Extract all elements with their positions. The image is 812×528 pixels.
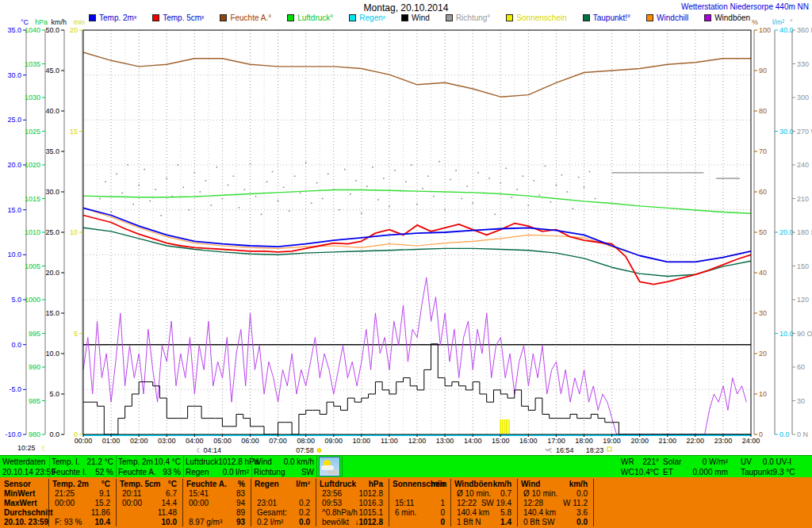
direction-dot xyxy=(272,171,274,173)
direction-dot xyxy=(289,210,290,212)
table-cell-value: 93 xyxy=(182,518,245,527)
table-cell-value: 0 xyxy=(389,508,445,518)
axis-tick-label: 15.0 xyxy=(45,309,59,317)
axis-tick-label: 50.0 xyxy=(45,26,59,34)
direction-dot xyxy=(556,185,557,186)
direction-dot xyxy=(278,201,279,202)
direction-dot xyxy=(534,180,535,182)
axis-unit-label: % xyxy=(752,18,758,26)
axis-tick-label: 210 xyxy=(797,195,809,203)
direction-dot xyxy=(466,186,468,187)
table-cell-value: 1015.1 xyxy=(316,508,383,518)
table-cell-value: 1016.3 xyxy=(316,499,383,508)
direction-dot xyxy=(177,164,178,166)
direction-dot xyxy=(361,212,362,214)
table-divider xyxy=(116,479,117,526)
direction-dot xyxy=(584,187,585,189)
axis-tick-label: 1005 xyxy=(25,262,40,270)
direction-dot xyxy=(545,166,546,167)
legend-label: Temp. 5cmˣ xyxy=(163,13,204,22)
cloud-icon xyxy=(327,470,339,474)
x-axis-label: 23:00 xyxy=(714,437,733,445)
axis-tick-label: 20 xyxy=(759,350,767,358)
x-axis-label: 15:00 xyxy=(492,437,510,445)
table-cell-value: 0.2 xyxy=(251,499,310,508)
x-axis-label: 11:00 xyxy=(381,437,398,445)
legend-swatch-icon xyxy=(220,14,227,21)
legend-swatch-icon xyxy=(287,14,294,21)
x-axis-label: 10:00 xyxy=(353,437,371,445)
legend-item-8: Taupunkt!° xyxy=(583,13,630,22)
direction-dot xyxy=(155,189,156,190)
axis-tick-label: 90 O xyxy=(797,330,812,338)
direction-dot xyxy=(439,161,440,163)
axis-unit-label: hPa xyxy=(35,18,48,26)
table-cell-value: 83 xyxy=(182,489,245,499)
status-label: Regen xyxy=(186,467,209,477)
moon-time-label: 18:23 xyxy=(586,446,604,454)
status-label: Richtung xyxy=(254,467,285,477)
status-label: Temp. 2m xyxy=(118,457,153,467)
status-cell-6: Solar0 W/m²ET0.000 mm xyxy=(663,457,728,477)
status-value: 21.2 °C xyxy=(87,457,113,467)
legend-label: Wind xyxy=(412,13,430,22)
status-cell-4: Wind0.0 km/hRichtungSW xyxy=(254,457,314,477)
axis-tick-label: 70 xyxy=(759,147,767,155)
axis-tick-label: 40.0 xyxy=(45,107,59,115)
status-value: 0.000 mm xyxy=(693,467,728,477)
x-axis-label: 03:00 xyxy=(158,437,176,445)
axis-tick-label: -10.0 xyxy=(5,430,21,438)
direction-dot xyxy=(567,191,569,193)
direction-dot xyxy=(494,214,496,216)
direction-dot xyxy=(377,199,379,201)
legend-item-1: Temp. 5cmˣ xyxy=(152,13,204,22)
axis-tick-label: 20.0 xyxy=(779,228,794,236)
axis-tick-label: 5 xyxy=(74,330,78,338)
direction-dot xyxy=(244,189,246,190)
table-cell-value: 89 xyxy=(182,508,245,518)
x-axis-label: 00:00 xyxy=(75,437,93,445)
status-value: 221° xyxy=(642,457,659,467)
status-value: 10.4°C xyxy=(634,467,659,477)
legend-item-4: Regenˣ xyxy=(349,13,385,22)
table-divider xyxy=(593,479,594,526)
x-axis-label: 18:00 xyxy=(575,437,593,445)
status-label: Wetterdaten xyxy=(2,457,45,467)
legend-item-0: Temp. 2mˣ xyxy=(89,13,136,22)
table-divider xyxy=(182,479,183,526)
legend-label: Windchill xyxy=(657,13,688,22)
table-row-label: Sensor xyxy=(4,480,31,489)
legend-swatch-icon xyxy=(349,14,356,21)
direction-dot xyxy=(316,182,318,184)
axis-unit-label: min xyxy=(73,18,85,26)
table-cell-value: 94 xyxy=(182,499,245,508)
direction-dot xyxy=(389,206,390,208)
direction-dot xyxy=(149,201,151,202)
direction-dot xyxy=(528,205,530,206)
status-value: 1012.8 hPa xyxy=(218,457,259,467)
direction-dot xyxy=(294,175,296,177)
axis-tick-label: 20 xyxy=(70,26,78,34)
axis-tick-label: 45.0 xyxy=(45,67,59,75)
axis-tick-label: 120 xyxy=(797,296,809,304)
x-axis-label: 17:00 xyxy=(547,437,565,445)
table-cell-value: 0.0 xyxy=(517,518,588,527)
direction-dot xyxy=(595,198,596,200)
direction-dot xyxy=(488,178,490,179)
status-label: Temp. I. xyxy=(52,457,80,467)
x-axis-label: 01:00 xyxy=(102,437,121,445)
direction-dot xyxy=(383,178,385,179)
axis-tick-label: 300 xyxy=(797,94,809,101)
table-col-unit: hPa xyxy=(316,480,383,489)
axis-tick-label: 1000 xyxy=(25,296,40,304)
table-col-unit: % xyxy=(182,480,245,489)
direction-dot xyxy=(550,201,552,203)
direction-dot xyxy=(472,202,473,204)
direction-dot xyxy=(500,182,501,184)
x-axis-label: 19:00 xyxy=(603,437,621,445)
direction-dot xyxy=(116,174,117,175)
legend-swatch-icon xyxy=(704,14,711,21)
axis-tick-label: 5.0 xyxy=(11,296,21,304)
direction-dot xyxy=(427,175,429,177)
axis-tick-label: 1025 xyxy=(25,128,40,136)
